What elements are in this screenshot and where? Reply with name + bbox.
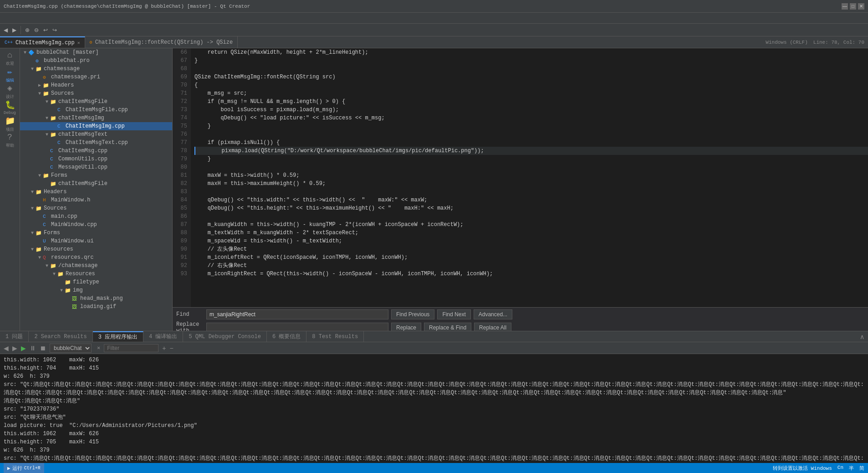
bottom-tab-app-output[interactable]: 1 问题: [0, 331, 29, 342]
code-line-92: // 右头像Rect: [194, 262, 868, 270]
toolbar-sep1: [20, 26, 21, 34]
sidebar-item-welcome[interactable]: ⌂ 欢迎: [1, 50, 19, 67]
tree-item-Forms[interactable]: ▼📁Forms: [20, 171, 172, 180]
line-num-79: 79: [173, 155, 187, 163]
filter-input[interactable]: [104, 344, 158, 352]
tree-icon-ChatItemMsgFile.cpp: C: [57, 107, 65, 113]
tree-arrow-Headers2: ▼: [29, 190, 36, 195]
toolbar-btn2[interactable]: ⊖: [32, 26, 41, 34]
code-content[interactable]: return QSize(nMaxWidth, height + 2*m_lin…: [191, 48, 868, 307]
tree-item-img[interactable]: ▼📁img: [20, 286, 172, 294]
tree-item-chatmessage.pri[interactable]: ⚙chatmessage.pri: [20, 73, 172, 81]
tree-item-ChatItemMsg.cpp[interactable]: CChatItemMsg.cpp: [20, 147, 172, 155]
design-label: 设计: [6, 94, 14, 100]
replace-input[interactable]: [206, 323, 388, 331]
replace-all-button[interactable]: Replace All: [474, 323, 511, 331]
output-line: src: "Qt聊天消息气泡": [4, 413, 864, 422]
run-pause-btn[interactable]: ⏸: [30, 344, 36, 352]
tab-close-chatitemmsgimg[interactable]: ✕: [77, 40, 80, 46]
tree-item-head_mask.png[interactable]: 🖼head_mask.png: [20, 294, 172, 303]
tree-item-chatItemMsgImg[interactable]: ▼📁chatItemMsgImg: [20, 114, 172, 122]
tree-item-chatItemMsgText[interactable]: ▼📁chatItemMsgText: [20, 130, 172, 139]
advanced-button[interactable]: Advanced...: [474, 309, 512, 319]
run-stop-btn[interactable]: ⏹: [40, 344, 46, 352]
toolbar-btn3[interactable]: ↩: [41, 26, 50, 34]
tree-item-MainWindow.ui[interactable]: UMainWindow.ui: [20, 237, 172, 245]
tree-item-loading.gif[interactable]: 🖼loading.gif: [20, 303, 172, 311]
code-area[interactable]: 6667686970717273747576777879808182838485…: [173, 48, 868, 307]
tree-item-main.cpp[interactable]: Cmain.cpp: [20, 212, 172, 221]
tree-label-chatmessage2: /chatmessage: [58, 262, 97, 269]
tab-label-chatitemmsgimg: ChatItemMsgImg.cpp: [15, 40, 75, 46]
toolbar-btn1[interactable]: ⊕: [23, 26, 31, 34]
sidebar-item-project[interactable]: 📁 项目: [1, 116, 19, 132]
run-back-btn[interactable]: ◀: [4, 344, 9, 352]
tree-arrow-Sources: ▼: [36, 91, 43, 96]
tree-label-ChatItemMsgFile.cpp: ChatItemMsgFile.cpp: [66, 107, 128, 113]
run-fwd-btn[interactable]: ▶: [12, 344, 17, 352]
bottom-tab-app-output2[interactable]: 3 应用程序输出: [93, 331, 143, 342]
find-next-button[interactable]: Find Next: [437, 309, 470, 319]
bottom-collapse-btn[interactable]: ∧: [860, 333, 864, 340]
tree-item-resources.qrc[interactable]: ▼Qresources.qrc: [20, 253, 172, 262]
find-prev-button[interactable]: Find Previous: [391, 309, 434, 319]
filter-remove-btn[interactable]: −: [169, 344, 173, 352]
toolbar-forward[interactable]: ▶: [10, 26, 18, 34]
tree-item-Headers2[interactable]: ▼📁Headers: [20, 188, 172, 196]
bottom-tab-qml[interactable]: 5 QML Debugger Console: [183, 331, 266, 342]
tab-chatitemmsgimg[interactable]: C++ ChatItemMsgImg.cpp ✕: [0, 36, 85, 48]
tree-item-chatmessage2[interactable]: ▼📁/chatmessage: [20, 262, 172, 270]
code-line-82: maxH = this->maximumHeight() * 0.59;: [194, 180, 868, 188]
line-num-84: 84: [173, 196, 187, 204]
tree-item-MainWindow.h[interactable]: HMainWindow.h: [20, 196, 172, 204]
tree-item-MessageUtil.cpp[interactable]: CMessageUtil.cpp: [20, 163, 172, 171]
sidebar-item-design[interactable]: ◈ 设计: [1, 83, 19, 99]
tree-item-Resources[interactable]: ▼📁Resources: [20, 245, 172, 253]
tree-label-MainWindow.ui: MainWindow.ui: [51, 238, 94, 244]
tree-item-Sources2[interactable]: ▼📁Sources: [20, 204, 172, 212]
tree-item-filetype[interactable]: 📁filetype: [20, 278, 172, 286]
tree-item-MainWindow.cpp[interactable]: CMainWindow.cpp: [20, 221, 172, 229]
tree-item-ChatItemMsgImg.cpp[interactable]: CChatItemMsgImg.cpp: [20, 122, 172, 130]
find-input[interactable]: [206, 309, 388, 319]
tree-item-chatItemMsgFile2[interactable]: 📁chatItemMsgFile: [20, 180, 172, 188]
code-line-67: }: [194, 57, 868, 65]
toolbar-back[interactable]: ◀: [2, 26, 10, 34]
app-select[interactable]: bubbleChat: [50, 344, 92, 353]
toolbar-btn4[interactable]: ↪: [51, 26, 59, 34]
bottom-tab-search[interactable]: 2 Search Results: [29, 331, 92, 342]
replace-find-button[interactable]: Replace & Find: [424, 323, 471, 331]
tree-item-ChatItemMsgFile.cpp[interactable]: CChatItemMsgFile.cpp: [20, 106, 172, 114]
tree-item-Sources[interactable]: ▼📁Sources: [20, 89, 172, 98]
tree-item-Resources2[interactable]: ▼📁Resources: [20, 270, 172, 278]
bottom-tab-test[interactable]: 8 Test Results: [306, 331, 364, 342]
tab-fontrect[interactable]: ⚙ ChatItemMsgImg::fontRect(QString) -> Q…: [85, 36, 238, 48]
sidebar-item-edit[interactable]: ✏ 编辑: [1, 67, 19, 83]
run-label: 运行: [12, 465, 22, 472]
minimize-button[interactable]: —: [842, 3, 848, 10]
replace-button[interactable]: Replace: [391, 323, 421, 331]
code-line-70: {: [194, 81, 868, 89]
line-num-74: 74: [173, 114, 187, 122]
lang-simple: 简: [859, 465, 864, 472]
tree-label-chatmessage.pri: chatmessage.pri: [51, 74, 100, 80]
close-button[interactable]: ✕: [858, 3, 864, 10]
tree-item-CommonUtils.cpp[interactable]: CCommonUtils.cpp: [20, 155, 172, 163]
bottom-tab-compile[interactable]: 4 编译输出: [143, 331, 183, 342]
sidebar-item-help[interactable]: ? 帮助: [1, 132, 19, 149]
tree-label-main.cpp: main.cpp: [51, 213, 77, 220]
tree-item-Forms2[interactable]: ▼📁Forms: [20, 229, 172, 237]
tree-item-chatmessage[interactable]: ▼📁chatmessage: [20, 65, 172, 73]
filter-add-btn[interactable]: +: [162, 344, 166, 352]
tree-arrow-chatItemMsgFile: ▼: [44, 99, 50, 104]
tree-item-chatItemMsgFile[interactable]: ▼📁chatItemMsgFile: [20, 98, 172, 106]
maximize-button[interactable]: □: [850, 3, 856, 10]
sidebar-item-debug[interactable]: 🐛 Debug: [1, 99, 19, 116]
tree-item-bubbleChat.pro[interactable]: ⚙bubbleChat.pro: [20, 57, 172, 65]
run-play-btn[interactable]: ▶: [21, 344, 26, 352]
close-tab-icon: ✕: [97, 344, 100, 351]
tree-item-Headers[interactable]: ▶📁Headers: [20, 81, 172, 89]
tree-item-bubbleChat[interactable]: ▼🔷bubbleChat [master]: [20, 48, 172, 57]
bottom-tab-general[interactable]: 6 概要信息: [267, 331, 306, 342]
tree-item-ChatItemMsgText.cpp[interactable]: CChatItemMsgText.cpp: [20, 139, 172, 147]
